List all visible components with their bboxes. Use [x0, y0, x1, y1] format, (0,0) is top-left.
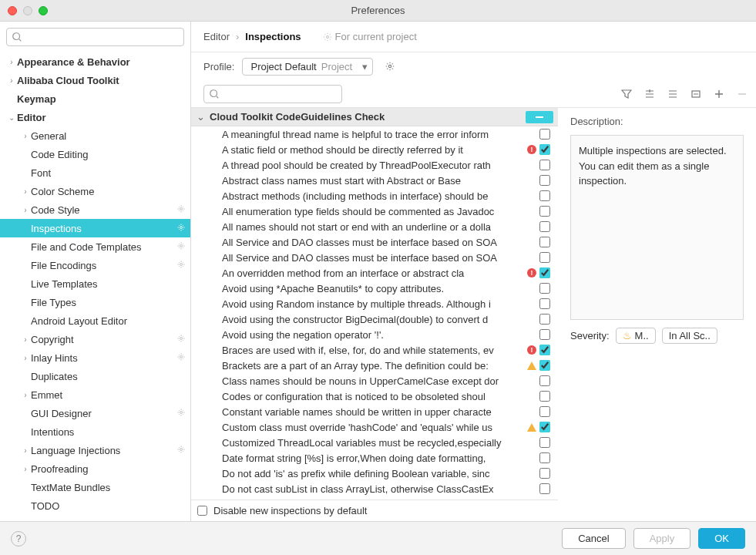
- inspection-row[interactable]: Custom class must override 'hashCode' an…: [191, 419, 558, 435]
- sidebar-search[interactable]: [6, 28, 184, 46]
- inspection-row[interactable]: A meaningful thread name is helpful to t…: [191, 126, 558, 142]
- sidebar-item[interactable]: ›Emmet: [0, 385, 190, 404]
- inspection-checkbox[interactable]: [539, 437, 550, 448]
- sidebar-item[interactable]: Font: [0, 163, 190, 182]
- sidebar-item[interactable]: Inspections: [0, 219, 190, 237]
- sidebar-item[interactable]: TODO: [0, 496, 190, 515]
- collapse-all-button[interactable]: [664, 85, 682, 103]
- sidebar-item[interactable]: Intentions: [0, 422, 190, 441]
- inspection-row[interactable]: Braces are used with if, else, for, do a…: [191, 342, 558, 358]
- sidebar-item[interactable]: File and Code Templates: [0, 237, 190, 256]
- inspection-row[interactable]: All Service and DAO classes must be inte…: [191, 234, 558, 250]
- inspection-row[interactable]: Codes or configuration that is noticed t…: [191, 388, 558, 404]
- inspection-checkbox[interactable]: [539, 375, 550, 386]
- inspection-checkbox[interactable]: [539, 452, 550, 463]
- gear-icon: [176, 223, 190, 234]
- inspection-row[interactable]: Avoid using *Apache Beanutils* to copy a…: [191, 281, 558, 296]
- inspection-checkbox[interactable]: [539, 175, 550, 186]
- sidebar-item[interactable]: ›Proofreading: [0, 459, 190, 478]
- inspection-checkbox[interactable]: [539, 267, 550, 278]
- help-button[interactable]: ?: [11, 531, 26, 547]
- inspection-row[interactable]: All Service and DAO classes must be inte…: [191, 250, 558, 265]
- sidebar-item[interactable]: Android Layout Editor: [0, 311, 190, 330]
- svg-point-12: [210, 89, 217, 96]
- sidebar-item[interactable]: Live Templates: [0, 274, 190, 293]
- scope-select[interactable]: In All Sc..: [662, 328, 717, 344]
- inspection-row[interactable]: An overridden method from an interface o…: [191, 265, 558, 281]
- sidebar-item[interactable]: ›Appearance & Behavior: [0, 52, 190, 71]
- inspection-row[interactable]: All enumeration type fields should be co…: [191, 204, 558, 219]
- inspection-checkbox[interactable]: [539, 283, 550, 294]
- sidebar-item[interactable]: Keymap: [0, 89, 190, 108]
- inspection-row[interactable]: Brackets are a part of an Array type. Th…: [191, 358, 558, 373]
- sidebar-item[interactable]: ›Color Scheme: [0, 182, 190, 200]
- severity-select[interactable]: ♨M..: [616, 328, 656, 344]
- remove-button[interactable]: [733, 85, 751, 103]
- sidebar-item[interactable]: GUI Designer: [0, 404, 190, 422]
- group-checkbox-indeterminate[interactable]: [526, 111, 553, 123]
- inspection-checkbox[interactable]: [539, 252, 550, 263]
- sidebar-item[interactable]: ›Alibaba Cloud Toolkit: [0, 71, 190, 89]
- inspection-checkbox[interactable]: [539, 129, 550, 140]
- disable-new-checkbox[interactable]: [197, 506, 207, 516]
- filter-button[interactable]: [617, 85, 636, 103]
- inspection-checkbox[interactable]: [539, 206, 550, 217]
- inspection-list[interactable]: ⌄ Cloud Toolkit CodeGuidelines Check A m…: [191, 108, 558, 500]
- inspection-checkbox[interactable]: [539, 160, 550, 170]
- sidebar-item[interactable]: TextMate Bundles: [0, 478, 190, 496]
- inspection-checkbox[interactable]: [539, 329, 550, 340]
- inspection-row[interactable]: Do not cast subList in class ArrayList, …: [191, 481, 558, 496]
- sidebar-item[interactable]: File Encodings: [0, 256, 190, 274]
- profile-settings-button[interactable]: [381, 57, 399, 76]
- inspection-row[interactable]: Do not add 'is' as prefix while defining…: [191, 466, 558, 481]
- inspection-group-header[interactable]: ⌄ Cloud Toolkit CodeGuidelines Check: [191, 108, 558, 126]
- gear-icon: [176, 241, 190, 253]
- inspection-checkbox[interactable]: [539, 298, 550, 309]
- add-button[interactable]: [710, 85, 728, 103]
- inspection-row[interactable]: A static field or method should be direc…: [191, 142, 558, 157]
- sidebar-item[interactable]: ›General: [0, 126, 190, 145]
- inspection-checkbox[interactable]: [539, 237, 550, 247]
- inspection-search[interactable]: [203, 85, 342, 103]
- cancel-button[interactable]: Cancel: [562, 528, 625, 549]
- settings-tree[interactable]: ›Appearance & Behavior›Alibaba Cloud Too…: [0, 52, 190, 521]
- inspection-checkbox[interactable]: [539, 314, 550, 325]
- sidebar-item[interactable]: ⌄Editor: [0, 108, 190, 126]
- reset-button[interactable]: [687, 85, 705, 103]
- inspection-row[interactable]: Avoid using the constructor BigDecimal(d…: [191, 311, 558, 327]
- profile-select[interactable]: Project Default Project ▾: [242, 58, 373, 76]
- inspection-row[interactable]: Constant variable names should be writte…: [191, 404, 558, 419]
- inspection-checkbox[interactable]: [539, 483, 550, 494]
- inspection-checkbox[interactable]: [539, 190, 550, 201]
- inspection-checkbox[interactable]: [539, 221, 550, 232]
- breadcrumb-parent[interactable]: Editor: [203, 31, 230, 42]
- sidebar-item[interactable]: ›Language Injections: [0, 441, 190, 459]
- inspection-checkbox[interactable]: [539, 360, 550, 371]
- inspection-checkbox[interactable]: [539, 422, 550, 432]
- inspection-row[interactable]: A thread pool should be created by Threa…: [191, 157, 558, 173]
- inspection-row[interactable]: Class names should be nouns in UpperCame…: [191, 373, 558, 388]
- sidebar-item[interactable]: ›Copyright: [0, 330, 190, 348]
- inspection-row[interactable]: Abstract methods (including methods in i…: [191, 188, 558, 204]
- inspection-row[interactable]: Date format string [%s] is error,When do…: [191, 450, 558, 466]
- expand-all-button[interactable]: [640, 85, 659, 103]
- inspection-checkbox[interactable]: [539, 391, 550, 402]
- inspection-search-input[interactable]: [220, 86, 341, 102]
- sidebar-search-input[interactable]: [22, 29, 179, 45]
- inspection-row[interactable]: Avoid using Random instance by multiple …: [191, 296, 558, 311]
- ok-button[interactable]: OK: [698, 528, 745, 549]
- inspection-row[interactable]: All names should not start or end with a…: [191, 219, 558, 234]
- footer: ? Cancel Apply OK: [0, 521, 756, 555]
- inspection-checkbox[interactable]: [539, 406, 550, 417]
- sidebar-item[interactable]: File Types: [0, 293, 190, 311]
- sidebar-item[interactable]: ›Inlay Hints: [0, 348, 190, 367]
- sidebar-item[interactable]: Code Editing: [0, 145, 190, 163]
- inspection-checkbox[interactable]: [539, 144, 550, 155]
- inspection-row[interactable]: Avoid using the negation operator '!'.: [191, 327, 558, 342]
- inspection-checkbox[interactable]: [539, 468, 550, 479]
- inspection-row[interactable]: Abstract class names must start with Abs…: [191, 173, 558, 188]
- sidebar-item[interactable]: ›Code Style: [0, 200, 190, 219]
- sidebar-item[interactable]: Duplicates: [0, 367, 190, 385]
- inspection-checkbox[interactable]: [539, 345, 550, 355]
- inspection-row[interactable]: Customized ThreadLocal variables must be…: [191, 435, 558, 450]
